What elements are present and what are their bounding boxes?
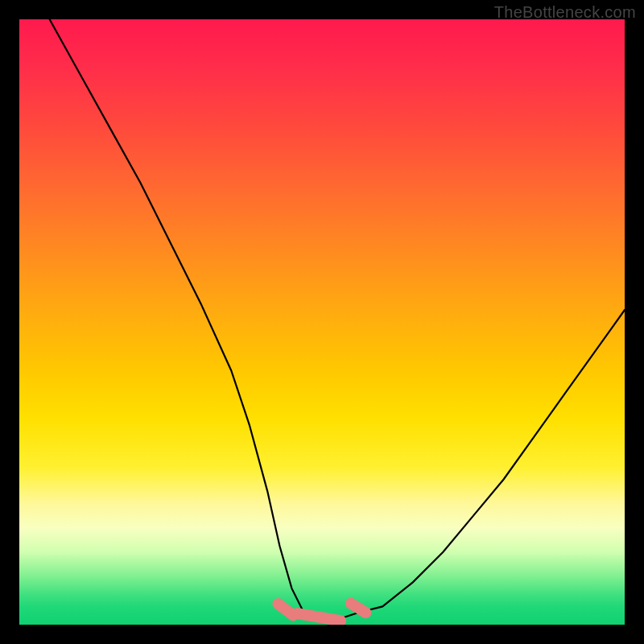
chart-svg	[19, 19, 625, 625]
marker-group	[270, 596, 374, 625]
bottleneck-curve	[50, 19, 625, 619]
chart-frame	[19, 19, 625, 625]
marker-blob-mid	[291, 607, 347, 625]
